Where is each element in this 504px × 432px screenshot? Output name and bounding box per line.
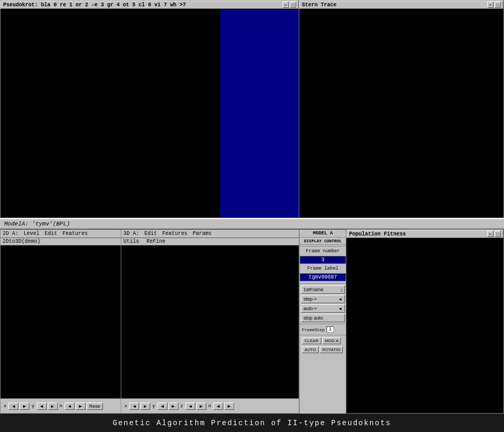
bottom-area: 2D A: Level Edit Features 2Dto3D(demo)	[0, 230, 504, 414]
2d-n-right-btn[interactable]: ►	[76, 403, 86, 410]
divider-2	[300, 283, 346, 284]
2d-x-right-btn[interactable]: ►	[19, 403, 29, 410]
pseudokrot-maximize-btn[interactable]: □	[290, 2, 296, 8]
3d-z-left-btn[interactable]: ◄	[185, 403, 195, 410]
pseudokrot-minimize-btn[interactable]: −	[282, 2, 289, 8]
stern-canvas	[299, 9, 503, 218]
frame-label-value: tgmv00087	[300, 273, 346, 281]
stop-auto-label: stop auto	[303, 315, 323, 321]
3d-x-left-btn[interactable]: ◄	[129, 403, 139, 410]
2d-menu4[interactable]: Features	[62, 231, 88, 236]
y-label: y	[32, 404, 34, 409]
top-section: Pseudokrot: bla 0 re 1 or 2 -e 3 gr 4 ot…	[0, 0, 504, 218]
2d-submenu: 2Dto3D(demo)	[1, 238, 121, 245]
editor-2d: 2D A: Level Edit Features 2Dto3D(demo)	[1, 230, 121, 413]
3d-y-left-btn[interactable]: ◄	[158, 403, 167, 410]
2d-menu3[interactable]: Edit	[45, 231, 57, 236]
editor-2d-menubar: 2D A: Level Edit Features	[1, 230, 121, 238]
population-maximize-btn[interactable]: □	[495, 231, 501, 237]
3d-z-label: z	[181, 404, 183, 409]
step-arrow: ◄	[338, 297, 342, 302]
stop-auto-btn[interactable]: stop auto	[301, 314, 345, 322]
stern-titlebar: Stern Trace − □	[299, 1, 503, 9]
panel-pseudokrot: Pseudokrot: bla 0 re 1 or 2 -e 3 gr 4 ot…	[0, 0, 299, 218]
2d-menu2[interactable]: Level	[24, 231, 39, 236]
1st-frame-label: 1stFrame	[303, 287, 323, 292]
3d-z-right-btn[interactable]: ►	[196, 403, 206, 410]
population-pixel-canvas	[346, 238, 503, 413]
framestep-row: FrameStep 1	[300, 325, 346, 334]
3d-submenu-utils[interactable]: Utils	[123, 239, 139, 244]
3d-n-label: n	[208, 404, 211, 409]
panel-population: Population Fitness − □	[346, 230, 504, 414]
3d-x-right-btn[interactable]: ►	[140, 403, 150, 410]
pseudokrot-pixel-canvas	[1, 9, 220, 218]
3d-y-right-btn[interactable]: ►	[169, 403, 178, 410]
stern-maximize-btn[interactable]: □	[495, 2, 501, 8]
middle-bar-text: ModelA: 'tymv'(BPL)	[4, 221, 70, 227]
auto-btn[interactable]: auto-> ◄	[301, 304, 345, 313]
3d-submenu-refine[interactable]: ReFine	[146, 239, 165, 244]
2d-structure-canvas	[1, 245, 121, 398]
2d-submenu-item[interactable]: 2Dto3D(demo)	[3, 239, 40, 244]
3d-menu3[interactable]: Features	[162, 231, 187, 236]
clear-btn[interactable]: CLEAR	[302, 337, 321, 344]
1st-frame-arrow: |	[341, 287, 342, 292]
2d-y-left-btn[interactable]: ◄	[37, 403, 47, 410]
auto2-btn[interactable]: AUTO	[302, 346, 319, 353]
display-control-title: DISPLAY CONTROL	[300, 238, 346, 245]
2d-y-right-btn[interactable]: ►	[48, 403, 58, 410]
rotatio-btn[interactable]: ROTATIO	[320, 346, 343, 353]
mod-a-btn[interactable]: MOD A	[322, 337, 341, 344]
editor-3d: 3D A: Edit Features Params Utils ReFine	[121, 230, 299, 413]
frame-label-label: Frame label	[300, 265, 346, 272]
caption-text: Genetic Algorithm Prediction of II-type …	[113, 419, 391, 427]
stern-pixel-canvas	[299, 9, 503, 218]
3d-n-right-btn[interactable]: ►	[224, 403, 234, 410]
population-titlebar: Population Fitness − □	[346, 230, 503, 238]
auto-arrow: ◄	[338, 306, 342, 311]
pseudokrot-titlebar: Pseudokrot: bla 0 re 1 or 2 -e 3 gr 4 ot…	[1, 1, 299, 9]
1st-frame-btn[interactable]: 1stFrame |	[301, 285, 345, 294]
editor-3d-menubar: 3D A: Edit Features Params	[121, 230, 299, 238]
panel-editors: 2D A: Level Edit Features 2Dto3D(demo)	[0, 230, 299, 414]
3d-submenu: Utils ReFine	[121, 238, 299, 245]
population-minimize-btn[interactable]: −	[487, 231, 494, 237]
pseudokrot-main-canvas	[1, 9, 220, 218]
sidebar-canvas	[220, 9, 299, 218]
step-label: step->	[303, 296, 317, 302]
3d-menu1[interactable]: 3D A:	[123, 231, 139, 236]
bottom-btn-row1: CLEAR MOD A	[300, 336, 346, 345]
stern-title: Stern Trace	[302, 2, 486, 8]
2d-menu1[interactable]: 2D A:	[3, 231, 18, 236]
3d-x-label: x	[124, 404, 127, 409]
3d-n-left-btn[interactable]: ◄	[213, 403, 223, 410]
2d-n-left-btn[interactable]: ◄	[65, 403, 75, 410]
editor-3d-canvas	[121, 245, 299, 398]
3d-menu2[interactable]: Edit	[144, 231, 157, 236]
step-btn[interactable]: step-> ◄	[301, 295, 345, 303]
population-canvas	[346, 238, 503, 413]
stern-minimize-btn[interactable]: −	[487, 2, 494, 8]
panel-control: MODEL A DISPLAY CONTROL Frame number 3 F…	[299, 230, 346, 414]
n-label: n	[60, 404, 62, 409]
divider-3	[300, 324, 346, 324]
model-title: MODEL A	[300, 230, 346, 238]
editor-2d-canvas	[1, 245, 121, 398]
frame-number-label: Frame number	[300, 248, 346, 255]
3d-menu4[interactable]: Params	[193, 231, 212, 236]
2d-x-left-btn[interactable]: ◄	[8, 403, 18, 410]
2d-reset-btn[interactable]: Rese	[87, 403, 103, 410]
3d-y-label: y	[152, 404, 155, 409]
pseudokrot-sidebar	[220, 9, 299, 218]
bottom-btn-row2: AUTO ROTATIO	[300, 345, 346, 354]
panel-stern: Stern Trace − □	[299, 0, 504, 218]
divider-1	[300, 246, 346, 246]
editor-2d-toolbar: x ◄ ► y ◄ ► n ◄ ► Rese	[1, 398, 121, 413]
3d-structure-canvas	[121, 245, 299, 398]
framestep-label: FrameStep	[302, 327, 324, 332]
editor-panel: 2D A: Level Edit Features 2Dto3D(demo)	[1, 230, 299, 413]
editor-3d-toolbar: x ◄ ► y ◄ ► z ◄ ► n ◄ ►	[121, 398, 299, 413]
middle-bar: ModelA: 'tymv'(BPL)	[0, 218, 504, 230]
framestep-value: 1	[327, 326, 333, 333]
